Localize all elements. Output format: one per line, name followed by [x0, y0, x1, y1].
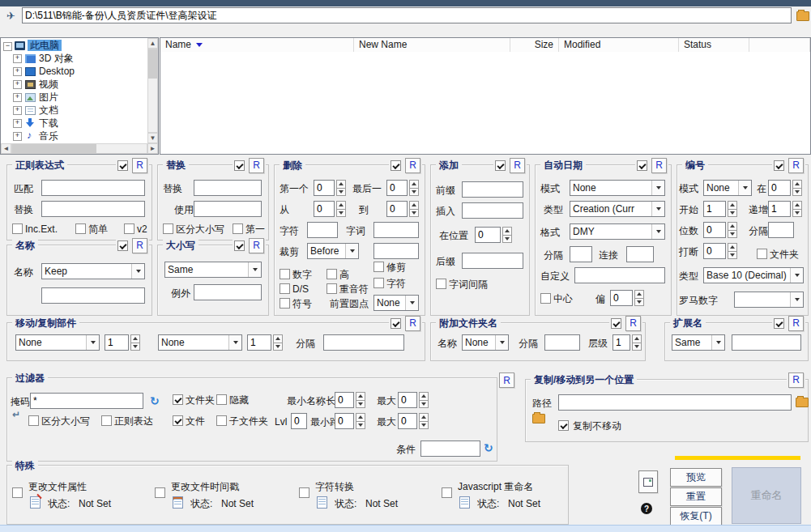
numbering-start-input[interactable]: [703, 201, 726, 217]
add-prefix-input[interactable]: [462, 181, 523, 198]
move-copy-parts-enable-checkbox[interactable]: [391, 318, 401, 329]
remove-last-stepper[interactable]: [409, 180, 419, 196]
expand-icon[interactable]: [13, 67, 22, 76]
reset-button[interactable]: 重置: [670, 487, 722, 506]
scrollbar-thumb[interactable]: [12, 144, 96, 153]
add-enable-checkbox[interactable]: [495, 160, 506, 171]
case-reset-button[interactable]: R: [249, 238, 264, 253]
tree-item-music[interactable]: 音乐: [39, 130, 58, 143]
column-header-size[interactable]: Size: [510, 38, 559, 52]
char-translations-checkbox[interactable]: [299, 487, 309, 498]
replace-reset-button[interactable]: R: [249, 158, 264, 173]
tree-item-pictures[interactable]: 图片: [39, 92, 58, 104]
collapse-icon[interactable]: [3, 42, 12, 51]
numbering-break-stepper[interactable]: [728, 243, 737, 259]
expand-icon[interactable]: [13, 132, 22, 141]
case-except-input[interactable]: [194, 284, 262, 300]
filters-max-path-input[interactable]: [398, 413, 417, 429]
extension-value-input[interactable]: [732, 334, 801, 351]
filters-files-checkbox[interactable]: [173, 415, 183, 426]
javascript-rename-checkbox[interactable]: [442, 487, 452, 498]
column-header-status[interactable]: Status: [679, 38, 749, 52]
remove-to-stepper[interactable]: [409, 201, 419, 217]
remove-from-stepper[interactable]: [336, 201, 346, 217]
filters-case-checkbox[interactable]: [28, 415, 39, 426]
numbering-sep-input[interactable]: [768, 222, 794, 238]
copy-not-move-checkbox[interactable]: [558, 420, 569, 431]
numbering-at-input[interactable]: [768, 180, 791, 196]
auto-date-custom-input[interactable]: [574, 267, 665, 283]
auto-date-reset-button[interactable]: R: [651, 158, 667, 173]
regex-match-input[interactable]: [41, 180, 145, 196]
numbering-incr-input[interactable]: [768, 201, 791, 217]
append-folder-levels-stepper[interactable]: [632, 334, 642, 351]
numbering-pad-input[interactable]: [703, 222, 726, 238]
add-insert-input[interactable]: [462, 202, 523, 219]
numbering-roman-dropdown[interactable]: [734, 292, 804, 308]
regex-incext-checkbox[interactable]: [12, 223, 23, 234]
auto-date-seg-input[interactable]: [626, 246, 654, 262]
extension-reset-button[interactable]: R: [788, 316, 804, 331]
numbering-enable-checkbox[interactable]: [774, 160, 784, 171]
expand-icon[interactable]: [13, 119, 22, 128]
numbering-mode-dropdown[interactable]: None: [703, 180, 752, 196]
tree-item-downloads[interactable]: 下载: [39, 117, 58, 130]
filters-regex-checkbox[interactable]: [101, 415, 112, 426]
filters-min-name-stepper[interactable]: [356, 392, 365, 408]
replace-first-checkbox[interactable]: [233, 223, 243, 234]
column-header-modified[interactable]: Modified: [559, 38, 679, 52]
add-at-pos-input[interactable]: [475, 227, 501, 243]
remove-accents-checkbox[interactable]: [327, 283, 337, 294]
browse-folder-icon[interactable]: [796, 11, 809, 21]
column-header-new-name[interactable]: New Name: [354, 38, 510, 52]
remove-crop-input[interactable]: [373, 243, 419, 259]
numbering-break-input[interactable]: [703, 243, 726, 259]
change-attributes-checkbox[interactable]: [12, 487, 23, 498]
remove-ds-checkbox[interactable]: [280, 283, 290, 294]
refresh-cond-icon[interactable]: [484, 442, 493, 453]
auto-date-offset-input[interactable]: [610, 290, 633, 306]
regex-simple-checkbox[interactable]: [75, 223, 86, 234]
remove-sym-checkbox[interactable]: [280, 298, 290, 309]
extension-enable-checkbox[interactable]: [774, 318, 784, 329]
case-mode-dropdown[interactable]: Same: [164, 262, 262, 278]
regex-enable-checkbox[interactable]: [117, 160, 128, 171]
numbering-start-stepper[interactable]: [728, 201, 737, 217]
auto-date-offset-stepper[interactable]: [634, 290, 644, 306]
new-folder-icon[interactable]: [532, 414, 545, 423]
expand-icon[interactable]: [13, 106, 22, 115]
numbering-at-stepper[interactable]: [792, 180, 802, 196]
add-word-space-checkbox[interactable]: [436, 279, 446, 289]
filters-hidden-checkbox[interactable]: [216, 394, 227, 405]
name-enable-checkbox[interactable]: [117, 240, 128, 251]
numbering-type-dropdown[interactable]: Base 10 (Decimal): [703, 267, 804, 283]
help-icon[interactable]: ?: [641, 503, 652, 514]
filters-subfolders-checkbox[interactable]: [216, 415, 227, 426]
change-timestamps-checkbox[interactable]: [155, 487, 165, 498]
remove-lead-dots-dropdown[interactable]: None: [373, 295, 419, 311]
auto-date-mode-dropdown[interactable]: None: [570, 180, 665, 196]
auto-date-cent-checkbox[interactable]: [540, 293, 551, 304]
add-suffix-input[interactable]: [462, 253, 523, 269]
numbering-folder-checkbox[interactable]: [757, 249, 767, 259]
remove-first-stepper[interactable]: [336, 180, 346, 196]
refresh-mask-icon[interactable]: [150, 395, 160, 406]
remove-crop-dropdown[interactable]: Before: [307, 243, 359, 259]
tree-item-this-pc[interactable]: 此电脑: [28, 40, 62, 52]
remove-from-input[interactable]: [314, 201, 335, 217]
filters-cond-input[interactable]: [420, 440, 480, 457]
move-parts-count1-input[interactable]: [105, 334, 129, 351]
scroll-left-arrow[interactable]: ◄: [1, 143, 11, 154]
remove-last-input[interactable]: [386, 180, 408, 196]
window-mode-button[interactable]: [638, 470, 658, 493]
apply-mask-icon[interactable]: [12, 409, 20, 420]
copy-move-reset-button[interactable]: R: [788, 372, 804, 388]
append-folder-name-dropdown[interactable]: None: [462, 334, 509, 351]
filters-min-name-input[interactable]: [335, 392, 354, 408]
auto-date-sep-input[interactable]: [570, 246, 592, 262]
tree-item-3d-objects[interactable]: 3D 对象: [39, 53, 74, 65]
scroll-up-arrow[interactable]: ▲: [147, 38, 158, 49]
regex-v2-checkbox[interactable]: [124, 223, 134, 234]
regex-reset-button[interactable]: R: [132, 158, 147, 173]
expand-icon[interactable]: [13, 54, 22, 63]
